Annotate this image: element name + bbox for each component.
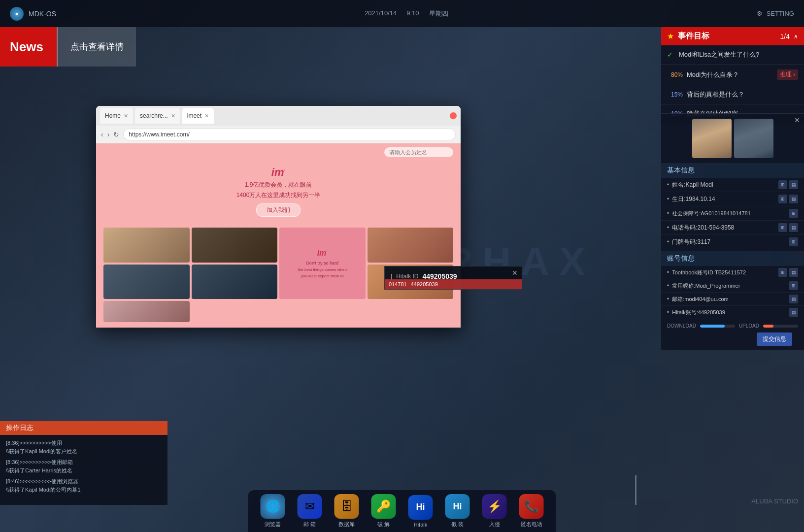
browser-tab-home[interactable]: Home ✕ bbox=[100, 108, 133, 124]
event-item-1[interactable]: ✓ Modi和Lisa之间发生了什么? bbox=[661, 45, 804, 65]
tab-close-icon[interactable]: ✕ bbox=[204, 113, 209, 119]
time: 9:10 bbox=[406, 9, 419, 18]
copy-icon[interactable]: ⊞ bbox=[789, 209, 798, 218]
taskbar-browser[interactable]: 🌐 浏览器 bbox=[258, 494, 288, 528]
photo-1 bbox=[103, 228, 190, 263]
news-detail[interactable]: 点击查看详情 bbox=[57, 27, 136, 66]
star-icon: ★ bbox=[667, 32, 674, 41]
info-birthday: • 生日:1984.10.14 ⊞ ▤ bbox=[661, 192, 804, 206]
info-ssn-label: 社会保障号:AG01019841014781 bbox=[672, 210, 786, 217]
copy-icon[interactable]: ⊞ bbox=[778, 195, 787, 203]
info-icons: ⊞ ▤ bbox=[778, 223, 798, 232]
copy-icon[interactable]: ⊞ bbox=[789, 237, 798, 246]
taskbar-fake[interactable]: Hi 似 装 bbox=[443, 494, 472, 528]
topbar-right: ⚙ SETTING bbox=[757, 10, 794, 17]
taskbar-hitalk[interactable]: Hi Hitalk bbox=[406, 495, 436, 528]
account-nickname: • 常用昵称:Modi_Programmer ⊞ bbox=[661, 279, 804, 293]
basic-info-title: 基本信息 bbox=[661, 163, 804, 178]
news-label: News bbox=[0, 27, 57, 66]
tab-close-icon[interactable]: ✕ bbox=[171, 113, 175, 119]
browser-close-button[interactable] bbox=[450, 112, 457, 119]
browser-titlebar: Home ✕ searchre... ✕ imeet ✕ bbox=[96, 106, 461, 126]
op-entry-3-action: \\获得了Kapil Modi的公司内幕1 bbox=[6, 486, 162, 494]
photo-4 bbox=[103, 265, 190, 299]
close-icon[interactable]: ✕ bbox=[794, 116, 800, 124]
event-action-2[interactable]: 推理 › bbox=[777, 69, 798, 80]
bullet: • bbox=[667, 196, 669, 202]
anon-icon: 📞 bbox=[519, 494, 544, 519]
imeet-join-button[interactable]: 加入我们 bbox=[256, 203, 301, 217]
settings-label: SETTING bbox=[767, 10, 794, 17]
imeet-logo: im· bbox=[96, 166, 461, 179]
taskbar-anon[interactable]: 📞 匿名电话 bbox=[517, 494, 546, 528]
db-icon: 🗄 bbox=[335, 494, 359, 519]
info-icons: ⊞ ▤ bbox=[778, 195, 798, 203]
browser-tab-imeet[interactable]: imeet ✕ bbox=[182, 108, 214, 124]
center-text3: you least expect them to bbox=[301, 274, 344, 278]
topbar-left: ● MDK-OS bbox=[10, 7, 56, 21]
op-entry-2-action: \\获得了Carter Harris的姓名 bbox=[6, 466, 162, 475]
url-text: https://www.imeet.com/ bbox=[129, 131, 189, 138]
refresh-button[interactable]: ↻ bbox=[113, 131, 119, 138]
photo-7 bbox=[103, 301, 190, 322]
bullet: • bbox=[667, 238, 669, 245]
submit-button[interactable]: 提交信息 bbox=[757, 332, 792, 346]
taskbar-invasion[interactable]: ⚡ 入侵 bbox=[480, 494, 509, 528]
invasion-label: 入侵 bbox=[489, 521, 500, 528]
event-item-2[interactable]: 80% Modi为什么自杀？ 推理 › bbox=[661, 65, 804, 85]
taskbar-db[interactable]: 🗄 数据库 bbox=[332, 494, 362, 528]
db-label: 数据库 bbox=[338, 521, 355, 528]
save-icon[interactable]: ▤ bbox=[789, 180, 798, 189]
browser-icon: 🌐 bbox=[261, 494, 285, 519]
anon-label: 匿名电话 bbox=[521, 521, 542, 528]
account-toothbook-label: Toothbook账号ID:TB25411572 bbox=[672, 269, 775, 276]
taskbar-crack[interactable]: 🔑 破 解 bbox=[369, 494, 399, 528]
event-panel: ★ 事件目标 1/4 ∧ ✓ Modi和Lisa之间发生了什么? 80% Mod… bbox=[661, 27, 804, 124]
imeet-search-input[interactable] bbox=[384, 147, 453, 157]
back-button[interactable]: ‹ bbox=[101, 131, 103, 138]
hitalk-popup: ✕ | Hitalk ID 449205039 014781 449205039 bbox=[384, 266, 522, 290]
save-icon[interactable]: ▤ bbox=[789, 195, 798, 203]
copy-icon[interactable]: ⊞ bbox=[778, 268, 787, 277]
account-nickname-label: 常用昵称:Modi_Programmer bbox=[672, 282, 786, 290]
taskbar-mail[interactable]: ✉ 邮 箱 bbox=[295, 494, 325, 528]
event-item-3[interactable]: 15% 背后的真相是什么？ bbox=[661, 85, 804, 104]
center-text2: the best things comes when bbox=[298, 267, 347, 272]
char-image-woman bbox=[692, 119, 732, 158]
char-panel: ✕ 基本信息 • 姓名:Kapil Modi ⊞ ▤ • 生日:1984.10.… bbox=[661, 113, 804, 350]
copy-icon[interactable]: ⊞ bbox=[789, 281, 798, 290]
upload-label: UPLOAD bbox=[739, 323, 759, 329]
crack-label: 破 解 bbox=[377, 521, 390, 528]
popup-close-icon[interactable]: ✕ bbox=[512, 269, 518, 277]
download-progress bbox=[700, 325, 735, 328]
id-bar-text1: 014781 bbox=[389, 281, 407, 287]
browser-label: 浏览器 bbox=[265, 521, 281, 528]
chevron-icon: ∧ bbox=[794, 33, 798, 40]
op-entry-3: [8:46]>>>>>>>>>>使用浏览器 \\获得了Kapil Modi的公司… bbox=[6, 477, 162, 494]
info-door: • 门牌号码:3117 ⊞ bbox=[661, 235, 804, 249]
hitalk-label: Hitalk bbox=[414, 522, 428, 528]
info-birthday-label: 生日:1984.10.14 bbox=[672, 195, 775, 203]
save-icon[interactable]: ▤ bbox=[789, 268, 798, 277]
upload-progress bbox=[763, 325, 798, 328]
copy-icon[interactable]: ⊞ bbox=[778, 223, 787, 232]
settings-icon: ⚙ bbox=[757, 10, 763, 17]
char-images bbox=[661, 114, 804, 163]
op-log-title: 操作日志 bbox=[0, 421, 168, 435]
copy-icon[interactable]: ▤ bbox=[789, 295, 798, 303]
copy-icon[interactable]: ⊞ bbox=[778, 180, 787, 189]
bullet: • bbox=[667, 224, 669, 231]
url-bar[interactable]: https://www.imeet.com/ bbox=[123, 129, 456, 140]
op-entry-1: [8:36]>>>>>>>>>>使用 \\获得了Kapil Modi的客户姓名 bbox=[6, 439, 162, 455]
copy-icon[interactable]: ▤ bbox=[789, 308, 798, 317]
news-banner: News 点击查看详情 bbox=[0, 27, 136, 66]
invasion-icon: ⚡ bbox=[482, 494, 507, 519]
info-door-label: 门牌号码:3117 bbox=[672, 238, 786, 246]
browser-tab-search[interactable]: searchre... ✕ bbox=[135, 108, 180, 124]
save-icon[interactable]: ▤ bbox=[789, 223, 798, 232]
browser-window: Home ✕ searchre... ✕ imeet ✕ ‹ › ↻ https… bbox=[96, 106, 461, 328]
fake-icon: Hi bbox=[445, 494, 470, 519]
forward-button[interactable]: › bbox=[107, 131, 110, 138]
tab-close-icon[interactable]: ✕ bbox=[124, 113, 128, 119]
bullet: • bbox=[667, 309, 669, 316]
